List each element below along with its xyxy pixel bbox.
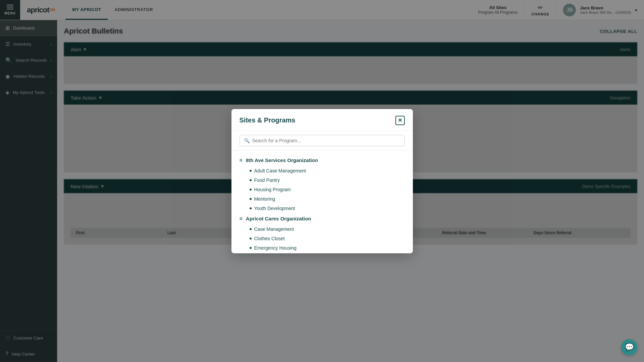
org-item-8th-ave[interactable]: ≡ 8th Ave Services Organization [240,155,405,166]
sites-programs-modal: Sites & Programs ✕ 🔍 ≡ 8th Ave Services … [231,109,413,253]
modal-search-area: 🔍 [231,131,413,151]
search-input-wrap: 🔍 [240,135,405,146]
modal-title: Sites & Programs [240,116,296,124]
program-name: Food Pantry [254,177,280,183]
program-name: Mentoring [254,196,275,202]
bullet-icon [250,238,252,240]
bullet-icon [250,170,252,172]
chat-icon: 💬 [625,343,634,352]
program-item[interactable]: Housing Program [250,185,405,194]
program-list-apricot-cares: Case Management Clothes Closet Emergency… [240,224,405,253]
program-name: Case Management [254,226,294,232]
bullet-icon [250,228,252,230]
program-item-youth-development[interactable]: Youth Development [250,204,405,213]
modal-overlay[interactable]: Sites & Programs ✕ 🔍 ≡ 8th Ave Services … [0,0,644,362]
org-name: Apricot Cares Organization [246,216,311,221]
modal-header: Sites & Programs ✕ [231,109,413,131]
bullet-icon [250,189,252,191]
modal-body: ≡ 8th Ave Services Organization Adult Ca… [231,151,413,253]
program-name: Youth Development [254,206,295,211]
program-search-input[interactable] [252,138,400,143]
program-name: Emergency Housing [254,245,297,251]
program-name: Clothes Closet [254,236,285,241]
org-icon: ≡ [240,216,243,222]
bullet-icon [250,179,252,181]
org-icon: ≡ [240,157,243,163]
org-name: 8th Ave Services Organization [246,157,318,163]
program-name: Adult Case Management [254,168,306,173]
chat-button[interactable]: 💬 [621,339,637,355]
modal-close-button[interactable]: ✕ [395,116,405,125]
program-item[interactable]: Emergency Housing [250,243,405,253]
program-item[interactable]: Mentoring [250,194,405,204]
search-icon: 🔍 [244,138,250,143]
program-list-8th-ave: Adult Case Management Food Pantry Housin… [240,166,405,213]
bullet-icon [250,247,252,249]
bullet-icon [250,198,252,200]
org-item-apricot-cares[interactable]: ≡ Apricot Cares Organization [240,213,405,224]
program-item[interactable]: Case Management [250,224,405,234]
program-item[interactable]: Food Pantry [250,175,405,185]
program-item-clothes-closet[interactable]: Clothes Closet [250,234,405,243]
program-item[interactable]: Adult Case Management [250,166,405,175]
program-name: Housing Program [254,187,291,192]
bullet-icon [250,207,252,209]
